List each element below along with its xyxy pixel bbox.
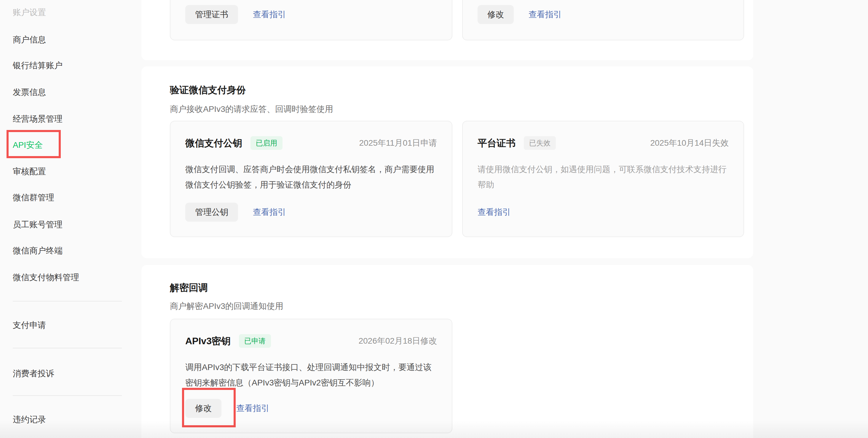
sidebar-divider [13,395,122,396]
manage-public-key-button[interactable]: 管理公钥 [185,203,238,222]
sidebar-divider [13,348,122,348]
sidebar-section-label: 账户设置 [13,8,46,17]
view-guide-link[interactable]: 查看指引 [253,207,286,218]
status-badge-applied: 已申请 [239,334,271,348]
sidebar-item-business-scene[interactable]: 经营场景管理 [13,114,63,124]
panel-sign-request: 管理证书 查看指引 修改 查看指引 [142,0,753,60]
merchant-cert-card: 管理证书 查看指引 [170,0,453,40]
sidebar-item-api-security[interactable]: API安全 [13,140,43,150]
card-title: APIv3密钥 [185,334,230,348]
apiv2-key-card: 修改 查看指引 [462,0,744,40]
sidebar-item-review-config[interactable]: 审核配置 [13,167,46,176]
card-description: 请使用微信支付公钥，如遇使用问题，可联系微信支付技术支持进行帮助 [477,162,729,193]
panel-verify-identity: 验证微信支付身份 商户接收APIv3的请求应答、回调时验签使用 微信支付公钥 已… [142,66,753,258]
sidebar-item-bank-account[interactable]: 银行结算账户 [13,61,63,70]
status-badge-enabled: 已启用 [250,136,282,150]
section-subtitle: 商户接收APIv3的请求应答、回调时验签使用 [170,103,333,115]
section-subtitle: 商户解密APIv3的回调通知使用 [170,300,283,312]
manage-cert-button[interactable]: 管理证书 [185,5,238,24]
view-guide-link[interactable]: 查看指引 [477,207,511,218]
sidebar: 账户设置 商户信息 银行结算账户 发票信息 经营场景管理 API安全 审核配置 … [0,0,135,438]
view-guide-link[interactable]: 查看指引 [236,403,270,414]
section-title: 验证微信支付身份 [170,83,246,96]
card-date: 2026年02月18日修改 [359,334,437,348]
card-title: 平台证书 [477,136,516,150]
panel-decrypt-callback: 解密回调 商户解密APIv3的回调通知使用 APIv3密钥 已申请 2026年0… [142,265,753,438]
sidebar-item-material-manage[interactable]: 微信支付物料管理 [13,273,79,282]
status-badge-expired: 已失效 [524,136,556,150]
sidebar-item-merchant-terminal[interactable]: 微信商户终端 [13,246,63,256]
apiv3-key-card: APIv3密钥 已申请 2026年02月18日修改 调用APIv3的下载平台证书… [170,319,453,433]
sidebar-item-payment-apply[interactable]: 支付申请 [13,320,46,330]
sidebar-item-violation-record[interactable]: 违约记录 [13,415,46,425]
sidebar-item-staff-account[interactable]: 员工账号管理 [13,220,63,229]
card-description: 微信支付回调、应答商户时会使用微信支付私钥签名，商户需要使用微信支付公钥验签，用… [185,162,437,193]
view-guide-link[interactable]: 查看指引 [253,9,286,20]
wechatpay-public-key-card: 微信支付公钥 已启用 2025年11月01日申请 微信支付回调、应答商户时会使用… [170,121,453,237]
sidebar-item-wechat-group[interactable]: 微信群管理 [13,193,54,202]
sidebar-item-consumer-complaint[interactable]: 消费者投诉 [13,369,54,378]
sidebar-item-merchant-info[interactable]: 商户信息 [13,35,46,45]
platform-cert-card: 平台证书 已失效 2025年10月14日失效 请使用微信支付公钥，如遇使用问题，… [462,121,744,237]
card-description: 调用APIv3的下载平台证书接口、处理回调通知中报文时，要通过该密钥来解密信息（… [185,360,437,390]
card-date: 2025年11月01日申请 [359,136,437,150]
sidebar-divider [13,301,122,301]
card-date: 2025年10月14日失效 [650,136,729,150]
apiv3-modify-button[interactable]: 修改 [185,399,221,418]
view-guide-link[interactable]: 查看指引 [529,9,562,20]
card-title: 微信支付公钥 [185,136,242,150]
section-title: 解密回调 [170,281,208,294]
modify-button[interactable]: 修改 [477,5,514,24]
sidebar-item-invoice-info[interactable]: 发票信息 [13,88,46,97]
